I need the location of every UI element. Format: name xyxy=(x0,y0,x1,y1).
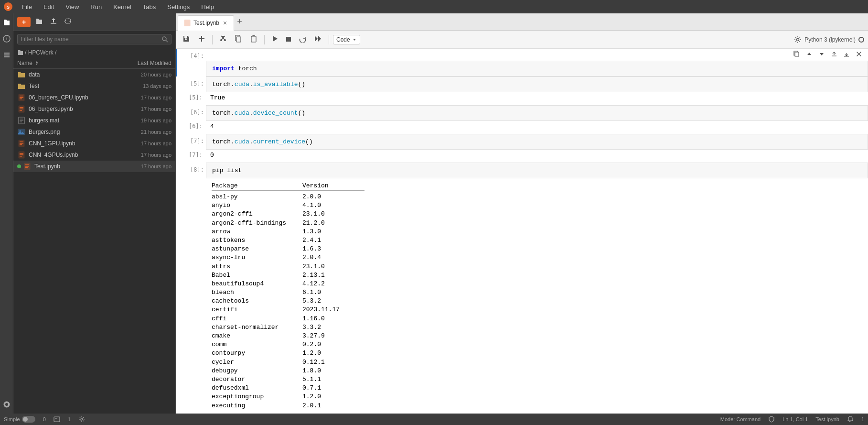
cell-copy-button[interactable] xyxy=(792,50,802,60)
notebook-icon xyxy=(23,162,32,171)
toggle-track[interactable] xyxy=(22,416,35,423)
file-modified: 21 hours ago xyxy=(109,129,171,135)
code-method2: current_device xyxy=(253,138,305,145)
pip-row: astunparse1.6.3 xyxy=(212,245,862,253)
list-item[interactable]: data 20 hours ago xyxy=(13,69,175,80)
cell-5: [5]: torch.cuda.is_available() xyxy=(176,76,868,92)
cell-input[interactable]: torch.cuda.current_device() xyxy=(206,134,868,150)
cell-output: True xyxy=(204,92,868,105)
pip-version: 4.1.0 xyxy=(302,201,321,210)
cell-delete-button[interactable] xyxy=(854,50,864,60)
menu-file[interactable]: File xyxy=(20,2,34,11)
pip-package: certifi xyxy=(212,305,302,314)
svg-marker-44 xyxy=(315,36,318,42)
svg-rect-40 xyxy=(236,37,241,42)
upload-button[interactable] xyxy=(48,16,59,28)
svg-rect-10 xyxy=(20,96,23,97)
kernel-settings-icon[interactable] xyxy=(794,36,802,44)
pip-separator xyxy=(212,190,364,191)
search-box[interactable] xyxy=(17,34,171,44)
code-parens: () xyxy=(298,81,305,88)
list-item[interactable]: Burgers.png 21 hours ago xyxy=(13,126,175,138)
code-obj: torch xyxy=(212,109,231,117)
run-button[interactable] xyxy=(268,34,281,45)
paste-button[interactable] xyxy=(247,33,260,45)
notebook-content: [4]: xyxy=(176,49,868,414)
menu-tabs[interactable]: Tabs xyxy=(141,2,158,11)
cell-input[interactable]: import torch xyxy=(206,61,868,76)
notebook-area: Test.ipynb × + xyxy=(176,13,868,414)
cell-5-output: [5]: True xyxy=(176,92,868,105)
refresh-button[interactable] xyxy=(62,16,74,28)
new-file-button[interactable]: + xyxy=(17,17,31,27)
add-cell-button[interactable] xyxy=(195,33,208,45)
prompt-4: [4]: xyxy=(190,53,204,59)
open-folder-button[interactable] xyxy=(33,16,45,28)
col-name-header[interactable]: Name xyxy=(17,60,109,66)
fast-forward-button[interactable] xyxy=(311,33,325,45)
menu-settings[interactable]: Settings xyxy=(165,2,192,11)
code-text: torch xyxy=(238,65,257,72)
list-item[interactable]: burgers.mat 19 hours ago xyxy=(13,115,175,126)
cell-download-button[interactable] xyxy=(841,50,852,60)
cell-type-select[interactable]: Code xyxy=(333,35,360,44)
save-button[interactable] xyxy=(180,33,193,45)
simple-mode-toggle[interactable]: Simple xyxy=(4,416,35,423)
pip-version: 2023.11.17 xyxy=(302,305,340,314)
cell-input[interactable]: torch.cuda.is_available() xyxy=(206,76,868,92)
sidebar-settings-icon[interactable] xyxy=(1,399,12,410)
cell-8: [8]: pip list Package Version absl-py2.0… xyxy=(176,163,868,414)
tab-test-ipynb[interactable]: Test.ipynb × xyxy=(178,15,234,31)
cell-input[interactable]: torch.cuda.device_count() xyxy=(206,105,868,121)
sidebar-upload-icon[interactable]: + xyxy=(1,33,12,44)
search-input[interactable] xyxy=(21,36,160,43)
list-item[interactable]: 06_burgers_CPU.ipynb 17 hours ago xyxy=(13,92,175,103)
pip-row: defusedxml0.7.1 xyxy=(212,384,862,392)
list-item[interactable]: CNN_1GPU.ipynb 17 hours ago xyxy=(13,138,175,149)
pip-package: debugpy xyxy=(212,367,302,375)
pip-version: 5.1.1 xyxy=(302,375,321,384)
file-name: Test.ipynb xyxy=(34,163,109,170)
pip-version: 0.12.1 xyxy=(302,358,325,367)
kernel-info: Python 3 (ipykernel) xyxy=(794,36,864,44)
tab-close-button[interactable]: × xyxy=(222,19,228,27)
sidebar-list-icon[interactable] xyxy=(1,50,12,60)
code-dot2: . xyxy=(249,109,253,117)
tab-label: Test.ipynb xyxy=(193,20,219,26)
list-item[interactable]: Test.ipynb 17 hours ago xyxy=(13,161,175,172)
list-item[interactable]: CNN_4GPUs.ipynb 17 hours ago xyxy=(13,149,175,161)
menu-view[interactable]: View xyxy=(64,2,81,11)
svg-rect-15 xyxy=(20,109,23,109)
pip-package: anyio xyxy=(212,201,302,210)
svg-rect-28 xyxy=(20,153,23,154)
restart-button[interactable] xyxy=(296,33,310,45)
cell-move-up-button[interactable] xyxy=(804,50,814,60)
menu-help[interactable]: Help xyxy=(199,2,216,11)
pip-package: attrs xyxy=(212,262,302,271)
list-item[interactable]: 06_burgers.ipynb 17 hours ago xyxy=(13,103,175,115)
new-tab-button[interactable]: + xyxy=(234,17,245,27)
menu-kernel[interactable]: Kernel xyxy=(111,2,133,11)
sidebar-files-icon[interactable] xyxy=(1,17,12,28)
status-gear-icon[interactable] xyxy=(78,416,85,423)
cell-move-down-button[interactable] xyxy=(816,50,827,60)
svg-point-50 xyxy=(81,418,83,420)
cell-upload-button[interactable] xyxy=(829,50,839,60)
menu-edit[interactable]: Edit xyxy=(42,2,56,11)
svg-rect-30 xyxy=(20,156,22,157)
cell-6-output: [6]: 4 xyxy=(176,121,868,134)
image-file-icon xyxy=(17,128,26,136)
app-logo: S xyxy=(4,2,12,11)
pip-version: 2.13.1 xyxy=(302,271,325,280)
status-icon-1 xyxy=(54,416,60,423)
cut-button[interactable] xyxy=(216,33,230,45)
menu-run[interactable]: Run xyxy=(88,2,104,11)
list-item[interactable]: Test 13 days ago xyxy=(13,80,175,92)
copy-button[interactable] xyxy=(232,33,245,45)
cell-input[interactable]: pip list xyxy=(206,163,868,178)
stop-button[interactable] xyxy=(283,34,294,45)
code-method: cuda xyxy=(235,138,249,145)
prompt-7-out: [7]: xyxy=(189,152,203,158)
tab-bar: Test.ipynb × + xyxy=(176,13,868,31)
file-modified: 17 hours ago xyxy=(109,141,171,146)
